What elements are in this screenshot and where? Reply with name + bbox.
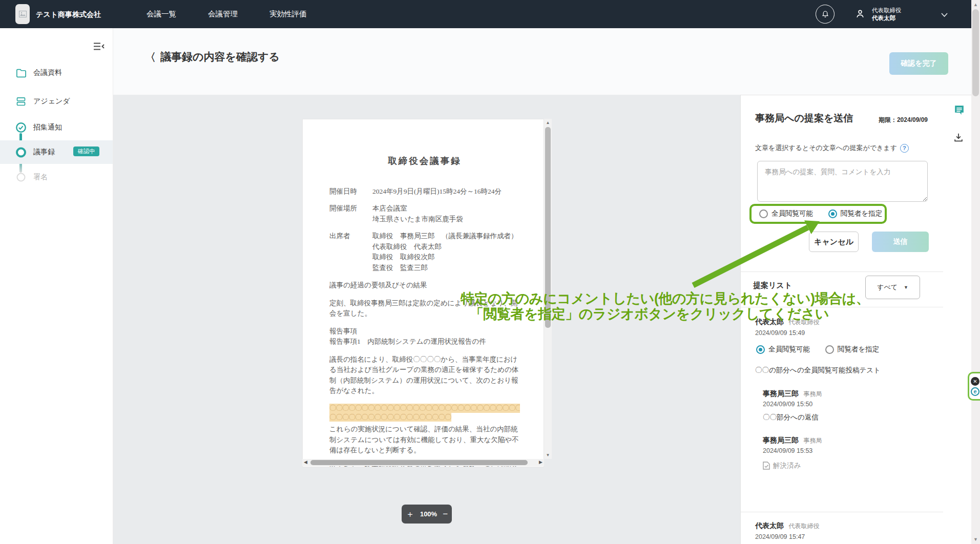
sidebar-item-label: 招集通知 — [33, 123, 62, 132]
bell-icon — [821, 10, 830, 19]
resolved-status[interactable]: 解決済み — [763, 461, 801, 470]
radio-specify-viewers[interactable]: 閲覧者を指定 — [825, 345, 879, 354]
user-menu[interactable]: 代表取締役 代表太郎 — [872, 7, 902, 22]
filter-dropdown[interactable]: すべて ▼ — [865, 276, 920, 299]
reply-author: 事務局三郎 — [763, 436, 799, 444]
cancel-button[interactable]: キャンセル — [809, 232, 859, 252]
back-button[interactable]: 〈 — [145, 50, 156, 65]
document-hscrollbar-thumb[interactable] — [310, 460, 528, 465]
meta-label: 出席者 — [329, 231, 372, 273]
resolved-label: 解決済み — [773, 461, 801, 470]
user-menu-chevron-down-icon[interactable] — [941, 11, 948, 20]
side-tool-rail — [943, 95, 971, 544]
reply-timestamp: 2024/09/09 15:53 — [763, 447, 812, 454]
sidebar-item-label: 署名 — [33, 173, 48, 182]
scroll-down-icon[interactable]: ▼ — [971, 537, 980, 542]
radio-icon-checked[interactable] — [756, 345, 765, 354]
close-icon[interactable]: ✕ — [971, 377, 979, 386]
resolved-doc-icon — [763, 462, 770, 470]
highlighted-text-block: 〇〇〇〇〇〇〇〇〇〇〇〇〇〇〇〇〇〇〇〇〇〇〇〇〇〇〇〇〇〇〇〇〇 〇〇〇〇〇〇… — [329, 404, 520, 424]
document-title: 取締役会議事録 — [329, 154, 520, 168]
download-icon — [953, 132, 964, 143]
comment-timestamp: 2024/09/09 15:47 — [755, 533, 805, 540]
highlighted-line: 〇〇〇〇〇〇〇〇〇〇〇〇〇〇〇〇〇〇〇 — [329, 413, 451, 422]
scroll-down-icon[interactable]: ▼ — [544, 453, 552, 457]
company-name: テスト商事株式会社 — [36, 10, 101, 19]
extension-logo-icon[interactable]: e — [971, 387, 979, 396]
deadline-label: 期限：2024/09/09 — [879, 116, 928, 124]
radio-specify-viewers[interactable]: 閲覧者を指定 — [828, 209, 882, 218]
document-horizontal-scrollbar[interactable]: ◀ ▶ — [302, 459, 544, 466]
meta-value: 本店会議室 埼玉県さいたま市南区鹿手袋 — [372, 203, 463, 224]
page-scrollbar[interactable]: ▲ ▼ — [971, 0, 980, 544]
radio-icon-checked[interactable] — [828, 210, 837, 218]
nav-meeting-list[interactable]: 会議一覧 — [147, 9, 176, 19]
document-vertical-scrollbar[interactable]: ▲ ▼ — [544, 119, 552, 459]
radio-icon[interactable] — [825, 345, 834, 354]
complete-confirmation-button[interactable]: 確認を完了 — [889, 52, 948, 75]
scroll-up-icon[interactable]: ▲ — [971, 2, 980, 7]
reply-body: 〇〇部分への返信 — [763, 413, 819, 422]
help-icon[interactable]: ? — [900, 144, 909, 153]
comments-tool-button[interactable] — [953, 103, 966, 118]
zoom-in-button[interactable]: ＋ — [406, 510, 414, 518]
meta-label: 開催場所 — [329, 203, 372, 224]
meta-value: 2024年9月9日(月曜日)15時24分～16時24分 — [372, 186, 502, 197]
main-nav: 会議一覧 会議管理 実効性評価 — [147, 0, 307, 28]
zoom-out-button[interactable]: − — [443, 510, 448, 518]
radio-label: 閲覧者を指定 — [841, 209, 882, 218]
document-paragraph: 報告事項 — [329, 326, 520, 337]
reply-timestamp: 2024/09/09 15:50 — [763, 401, 812, 408]
top-navbar: テスト商事株式会社 会議一覧 会議管理 実効性評価 代表取締役 代表太郎 — [0, 0, 980, 28]
download-tool-button[interactable] — [953, 132, 964, 145]
panel-title: 事務局への提案を送信 — [755, 112, 853, 125]
sidebar-item-label: 議事録 — [33, 148, 55, 157]
meta-label: 開催日時 — [329, 186, 372, 197]
page-title: 議事録の内容を確認する — [160, 50, 280, 64]
document-paragraph: 報告事項1 内部統制システムの運用状況報告の件 — [329, 337, 520, 347]
user-icon — [854, 8, 866, 22]
sidebar-item-label: 会議資料 — [33, 68, 62, 77]
sidebar-item-signature[interactable]: 署名 — [0, 165, 113, 189]
selection-hint: 文章を選択するとその文章への提案ができます ? — [755, 143, 909, 153]
radio-all-viewable[interactable]: 全員閲覧可能 — [759, 209, 813, 218]
divider — [741, 271, 943, 272]
radio-label: 全員閲覧可能 — [772, 209, 813, 218]
reply-author: 事務局三郎 — [763, 389, 799, 397]
sidebar-item-label: アジェンダ — [33, 97, 70, 106]
scroll-right-icon[interactable]: ▶ — [539, 459, 543, 465]
nav-effectiveness[interactable]: 実効性評価 — [269, 9, 307, 19]
scroll-up-icon[interactable]: ▲ — [544, 120, 552, 125]
reply-author-role: 事務局 — [803, 437, 822, 444]
radio-label: 全員閲覧可能 — [768, 345, 810, 354]
sidebar-item-agenda[interactable]: アジェンダ — [0, 90, 113, 113]
zoom-level: 100% — [420, 510, 437, 518]
company-logo — [15, 4, 30, 24]
sidebar-item-minutes[interactable]: 議事録 確認中 — [0, 140, 113, 164]
document-paragraph: これらの実施状況について確認、評価の結果、当社の内部統制システムについては有効に… — [329, 424, 520, 456]
notification-button[interactable] — [816, 5, 835, 24]
status-badge: 確認中 — [73, 147, 99, 156]
sidebar-collapse-button[interactable] — [93, 42, 105, 53]
send-button[interactable]: 送信 — [872, 232, 929, 252]
sidebar-item-materials[interactable]: 会議資料 — [0, 61, 113, 85]
visibility-radio-group: 全員閲覧可能 閲覧者を指定 — [759, 209, 882, 218]
proposal-input[interactable] — [757, 161, 928, 202]
agenda-icon — [15, 95, 27, 108]
radio-all-viewable[interactable]: 全員閲覧可能 — [756, 345, 810, 354]
folder-icon — [15, 67, 27, 79]
progress-circle-icon — [15, 146, 27, 158]
filter-value: すべて — [877, 283, 898, 292]
sidebar-item-convocation[interactable]: 招集通知 — [0, 116, 113, 139]
page-scrollbar-thumb[interactable] — [972, 9, 979, 96]
user-name: 代表太郎 — [872, 14, 902, 22]
reply-author-role: 事務局 — [803, 390, 822, 397]
comment-author: 代表太郎 — [755, 521, 784, 530]
image-placeholder-icon — [19, 11, 27, 17]
document-meta-row: 開催場所 本店会議室 埼玉県さいたま市南区鹿手袋 — [329, 203, 520, 224]
document-meta-row: 出席者 取締役 事務局三郎 （議長兼議事録作成者） 代表取締役 代表太郎 取締役… — [329, 231, 520, 273]
scroll-left-icon[interactable]: ◀ — [304, 459, 307, 465]
comment-author-role: 代表取締役 — [788, 522, 819, 530]
nav-meeting-manage[interactable]: 会議管理 — [208, 9, 238, 19]
radio-icon[interactable] — [759, 210, 768, 218]
